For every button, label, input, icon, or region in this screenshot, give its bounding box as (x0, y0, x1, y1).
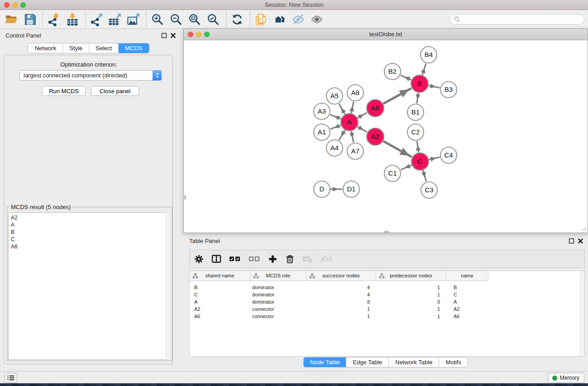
mcds-list-scrollbar[interactable] (166, 212, 171, 360)
create-column-icon[interactable] (268, 254, 277, 264)
cell-shared-name[interactable]: A6 (190, 313, 250, 320)
graph-node-B4[interactable]: B4 (421, 47, 437, 63)
graph-node-A2[interactable]: A2 (367, 128, 384, 145)
tab-select[interactable]: Select (89, 43, 118, 53)
edge-A-A6[interactable] (358, 113, 367, 118)
zoom-out-icon[interactable] (169, 13, 183, 26)
cell-predecessor-nodes[interactable]: 1 (376, 284, 446, 291)
edge-A6-B[interactable] (383, 88, 411, 104)
export-image-icon[interactable] (127, 13, 140, 26)
open-session-icon[interactable] (5, 13, 18, 26)
run-mcds-button[interactable]: Run MCDS (42, 86, 86, 96)
edge-C-C4[interactable] (429, 157, 440, 159)
float-panel-icon[interactable] (161, 33, 167, 38)
graph-node-A3[interactable]: A3 (314, 103, 330, 119)
cell-shared-name[interactable]: A (190, 298, 250, 305)
float-table-panel-icon[interactable] (569, 238, 574, 244)
apply-preferred-layout-icon[interactable] (230, 13, 244, 26)
column-header-successor-nodes[interactable]: successor nodes (306, 271, 376, 281)
close-table-panel-icon[interactable] (578, 238, 583, 244)
cell-successor-nodes[interactable]: 4 (306, 291, 376, 298)
hide-selected-icon[interactable] (292, 13, 305, 26)
select-all-columns-icon[interactable] (229, 255, 241, 262)
graph-node-B3[interactable]: B3 (440, 81, 457, 98)
cell-successor-nodes[interactable]: 8 (306, 298, 376, 305)
graph-node-C3[interactable]: C3 (421, 182, 437, 198)
import-network-icon[interactable] (47, 13, 61, 26)
graph-node-A1[interactable]: A1 (314, 124, 330, 140)
cell-predecessor-nodes[interactable]: 1 (376, 291, 446, 298)
table-mode-gear-icon[interactable] (194, 254, 204, 264)
task-history-button[interactable] (5, 373, 17, 383)
cell-MCDS-role[interactable]: dominator (250, 291, 306, 298)
edge-B-B4[interactable] (422, 63, 426, 75)
show-columns-icon[interactable] (211, 254, 221, 264)
graph-node-B2[interactable]: B2 (384, 63, 401, 80)
graph-node-A6[interactable]: A6 (367, 100, 384, 117)
cell-predecessor-nodes[interactable]: 0 (376, 298, 446, 305)
cell-successor-nodes[interactable]: 4 (306, 284, 376, 291)
cell-MCDS-role[interactable]: dominator (250, 298, 306, 305)
delete-columns-icon[interactable] (285, 254, 295, 264)
mcds-result-item[interactable]: A (11, 221, 166, 229)
table-scrollbar[interactable] (580, 271, 584, 356)
cell-successor-nodes[interactable]: 1 (306, 305, 376, 313)
tab-motifs[interactable]: Motifs (439, 357, 468, 367)
cell-name[interactable]: A6 (446, 313, 488, 320)
cell-MCDS-role[interactable]: connector (250, 313, 306, 320)
save-session-icon[interactable] (23, 13, 37, 26)
edge-A-A4[interactable] (339, 130, 345, 140)
edge-B-B2[interactable] (401, 75, 411, 80)
edge-A2-C[interactable] (383, 141, 412, 157)
edge-B-B3[interactable] (429, 86, 440, 88)
graph-node-A[interactable]: A (341, 114, 358, 131)
tab-edge-table[interactable]: Edge Table (346, 357, 388, 367)
export-table-icon[interactable] (108, 13, 122, 26)
column-header-MCDS-role[interactable]: MCDS role (250, 271, 306, 281)
mcds-result-item[interactable]: C (11, 236, 166, 243)
edge-C-C3[interactable] (423, 170, 426, 181)
edge-A-A7[interactable] (351, 131, 354, 143)
graph-node-C1[interactable]: C1 (384, 165, 401, 181)
cell-name[interactable]: B (446, 284, 488, 291)
edge-A-A3[interactable] (330, 114, 341, 119)
graph-node-A4[interactable]: A4 (326, 140, 343, 156)
optimization-criterion-select[interactable]: largest connected component (directed) (19, 70, 162, 81)
tab-network[interactable]: Network (28, 43, 62, 53)
graph-node-B[interactable]: B (411, 75, 428, 92)
close-panel-icon[interactable] (170, 33, 176, 38)
cell-predecessor-nodes[interactable]: 1 (376, 305, 446, 313)
graph-node-C[interactable]: C (411, 153, 429, 170)
search-box[interactable] (449, 14, 584, 24)
memory-button[interactable]: Memory (548, 373, 584, 383)
import-table-icon[interactable] (66, 13, 79, 26)
tab-style[interactable]: Style (62, 43, 89, 53)
column-header-predecessor-nodes[interactable]: predecessor nodes (376, 271, 446, 281)
tab-node-table[interactable]: Node Table (304, 357, 346, 367)
zoom-fit-icon[interactable] (188, 13, 201, 26)
cell-name[interactable]: C (446, 291, 488, 298)
cell-predecessor-nodes[interactable]: 1 (376, 313, 446, 320)
show-all-icon[interactable] (310, 13, 324, 26)
zoom-selected-icon[interactable] (206, 13, 220, 26)
graph-node-B1[interactable]: B1 (407, 104, 424, 120)
unselect-all-columns-icon[interactable] (249, 255, 260, 262)
new-network-from-selection-icon[interactable] (254, 13, 268, 26)
resize-grip-icon[interactable] (581, 226, 587, 232)
search-input[interactable] (462, 16, 584, 23)
cell-MCDS-role[interactable]: connector (250, 305, 306, 313)
edge-A-A2[interactable] (357, 127, 367, 132)
mcds-result-list[interactable]: A2ABCA6 (8, 212, 167, 360)
graph-node-C4[interactable]: C4 (440, 147, 457, 163)
network-window-titlebar[interactable]: testGlobe.txt (184, 29, 588, 40)
zoom-in-icon[interactable] (151, 13, 164, 26)
graph-node-D[interactable]: D (314, 181, 330, 197)
tab-mcds[interactable]: MCDS (118, 43, 148, 53)
edge-A-A5[interactable] (339, 104, 345, 114)
cell-shared-name[interactable]: C (190, 291, 250, 298)
network-graph-canvas[interactable]: AA1A3A5A8A4A7A6A2BB1B2B3B4CC1C2C3C4DD1 (184, 40, 588, 233)
cell-MCDS-role[interactable]: dominator (250, 284, 306, 291)
edge-A-A8[interactable] (351, 102, 354, 114)
edge-C-C2[interactable] (417, 141, 419, 152)
edge-C-C1[interactable] (401, 165, 411, 170)
